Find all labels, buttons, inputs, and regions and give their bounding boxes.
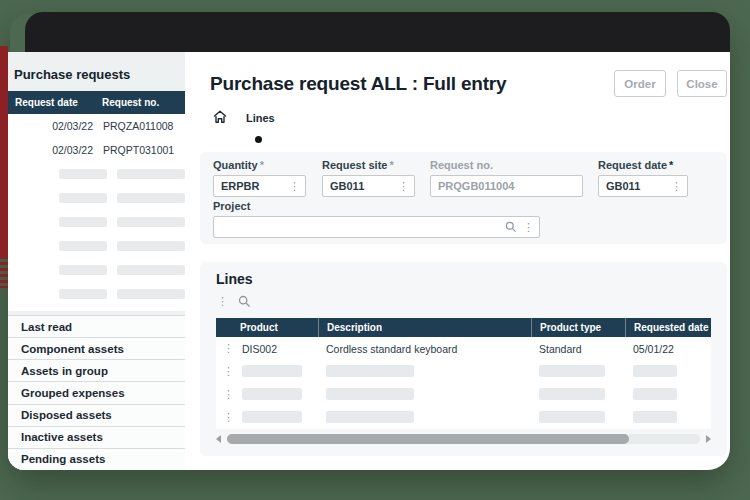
sidebar-menu-item[interactable]: Grouped expenses [8, 381, 185, 403]
request-list-placeholder-row[interactable] [8, 210, 185, 234]
request-date-column-header: Request date [8, 97, 96, 108]
description-column-header: Description [318, 318, 531, 337]
grid-search-icon[interactable] [238, 295, 251, 308]
placeholder-chip [242, 388, 302, 400]
scroll-right-icon[interactable] [706, 435, 711, 443]
product-cell: DIS002 [242, 343, 318, 355]
placeholder-chip [117, 169, 185, 179]
field-options-icon[interactable]: ⋮ [289, 181, 300, 192]
request-date-cell: 02/03/22 [8, 144, 96, 156]
placeholder-chip [59, 265, 107, 275]
request-site-label: Request site* [322, 159, 415, 171]
window-titlebar [25, 12, 730, 52]
product-column-header: Product [216, 318, 318, 337]
placeholder-chip [633, 411, 677, 423]
sidebar-menu-item[interactable]: Component assets [8, 337, 185, 359]
project-field[interactable]: ⋮ [213, 216, 540, 238]
home-icon[interactable] [212, 109, 228, 125]
sidebar-menu-item[interactable]: Inactive assets [8, 426, 185, 448]
sidebar: Purchase requests Request date Request n… [8, 52, 185, 470]
lines-table-body: ⋮DIS002Cordless standard keyboardStandar… [216, 337, 711, 429]
request-date-field[interactable]: GB011 ⋮ [598, 175, 688, 197]
quantity-field[interactable]: ERPBR ⋮ [213, 175, 306, 197]
description-cell: Cordless standard keyboard [318, 343, 531, 355]
scrollbar-track[interactable] [227, 434, 700, 444]
left-accent-strip [0, 46, 8, 256]
request-no-cell: PRQPT031001 [96, 144, 185, 156]
required-marker: * [389, 159, 393, 171]
field-options-icon[interactable]: ⋮ [398, 181, 409, 192]
request-no-cell: PRQZA011008 [96, 120, 185, 132]
search-icon[interactable] [505, 221, 517, 233]
horizontal-scrollbar [216, 433, 711, 445]
request-date-cell: 02/03/22 [8, 120, 96, 132]
request-list-placeholder-row[interactable] [8, 306, 185, 311]
description-cell [318, 411, 531, 425]
request-site-field[interactable]: GB011 ⋮ [322, 175, 415, 197]
request-list-placeholder-row[interactable] [8, 162, 185, 186]
description-cell [318, 365, 531, 379]
order-button[interactable]: Order [614, 70, 666, 97]
row-handle-icon[interactable]: ⋮ [216, 366, 242, 377]
field-options-icon[interactable]: ⋮ [523, 222, 534, 233]
grid-options-icon[interactable]: ⋮ [217, 296, 228, 307]
placeholder-chip [117, 289, 185, 299]
app-background: Purchase requests Request date Request n… [0, 0, 750, 500]
lines-table-placeholder-row[interactable]: ⋮ [216, 360, 711, 383]
scrollbar-thumb[interactable] [227, 434, 629, 444]
request-list-placeholder-row[interactable] [8, 258, 185, 282]
sidebar-title: Purchase requests [8, 52, 185, 91]
request-date-value: GB011 [606, 180, 671, 192]
lines-table-placeholder-row[interactable]: ⋮ [216, 406, 711, 429]
required-marker: * [260, 159, 264, 171]
row-handle-icon[interactable]: ⋮ [216, 389, 242, 400]
request-list-placeholder-row[interactable] [8, 282, 185, 306]
request-no-value: PRQGB011004 [438, 180, 577, 192]
scroll-left-icon[interactable] [216, 435, 221, 443]
lines-table-placeholder-row[interactable]: ⋮ [216, 383, 711, 406]
lines-table: Product Description Product type Request… [216, 318, 711, 429]
product-type-column-header: Product type [531, 318, 625, 337]
product-cell [242, 388, 318, 402]
lines-card: Lines ⋮ Product Description Product type… [200, 262, 727, 456]
placeholder-chip [326, 388, 414, 400]
close-button[interactable]: Close [677, 70, 727, 97]
request-no-column-header: Request no. [96, 97, 185, 108]
placeholder-chip [326, 365, 414, 377]
request-list-body: 02/03/22PRQZA01100802/03/22PRQPT031001 [8, 114, 185, 311]
placeholder-chip [242, 411, 302, 423]
placeholder-chip [633, 365, 677, 377]
sidebar-menu-item[interactable]: Last read [8, 315, 185, 337]
active-tab-indicator [255, 136, 262, 143]
row-handle-icon[interactable]: ⋮ [216, 412, 242, 423]
request-list-placeholder-row[interactable] [8, 186, 185, 210]
required-marker: * [669, 159, 673, 171]
sidebar-menu-item[interactable]: Pending assets [8, 448, 185, 470]
product-type-cell: Standard [531, 343, 625, 355]
request-list-placeholder-row[interactable] [8, 234, 185, 258]
product-type-cell [531, 388, 625, 402]
requested-date-cell: 05/01/22 [625, 343, 711, 355]
quantity-value: ERPBR [221, 180, 289, 192]
lines-toolbar: ⋮ [217, 295, 251, 308]
request-site-value: GB011 [330, 180, 398, 192]
row-handle-icon[interactable]: ⋮ [216, 343, 242, 354]
tab-lines[interactable]: Lines [246, 112, 275, 124]
request-date-label: Request date* [598, 159, 688, 171]
placeholder-chip [59, 169, 107, 179]
product-type-cell [531, 411, 625, 425]
placeholder-chip [117, 265, 185, 275]
placeholder-chip [633, 388, 677, 400]
request-no-field[interactable]: PRQGB011004 [430, 175, 583, 197]
sidebar-menu-item[interactable]: Assets in group [8, 359, 185, 381]
quantity-label: Quantity* [213, 159, 306, 171]
request-list-row[interactable]: 02/03/22PRQPT031001 [8, 138, 185, 162]
field-options-icon[interactable]: ⋮ [671, 181, 682, 192]
sidebar-menu-item[interactable]: Disposed assets [8, 404, 185, 426]
request-no-label: Request no. [430, 159, 583, 171]
placeholder-chip [59, 193, 107, 203]
description-cell [318, 388, 531, 402]
lines-table-row[interactable]: ⋮DIS002Cordless standard keyboardStandar… [216, 337, 711, 360]
request-list-row[interactable]: 02/03/22PRQZA011008 [8, 114, 185, 138]
left-accent-strip-perforation [0, 256, 8, 288]
